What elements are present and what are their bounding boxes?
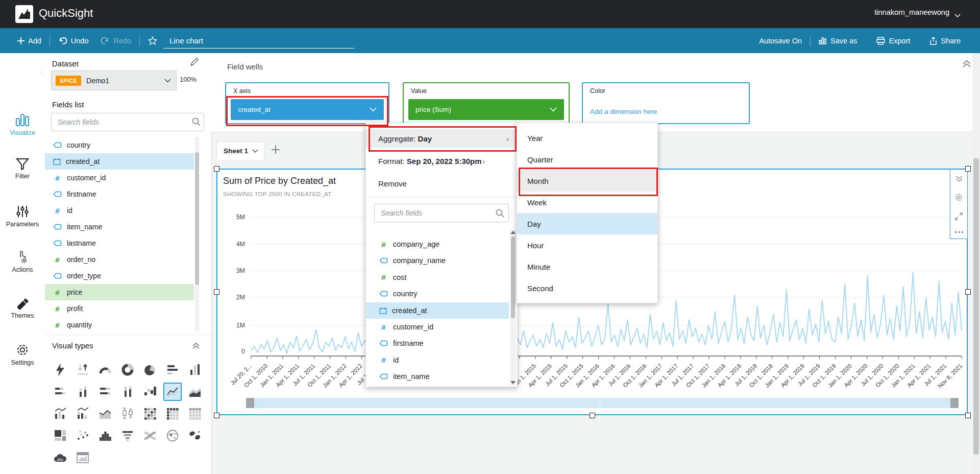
submenu-item-quarter[interactable]: Quarter [517,149,657,170]
field-item-order_no[interactable]: #order_no [45,251,194,268]
value-field-pill[interactable]: price (Sum) [408,99,564,120]
visual-type-custom-visual[interactable] [74,448,92,467]
visual-type-box-plot[interactable] [118,405,137,423]
visual-type-combo-bar-line[interactable] [51,405,69,423]
fields-search-input[interactable] [51,113,204,131]
visual-expand-icon[interactable] [955,212,963,220]
visual-type-pivot-table[interactable] [163,405,182,423]
menu-field-item-firstname[interactable]: firstname [366,335,509,351]
visual-type-funnel[interactable] [118,426,137,445]
visual-type-horizontal-bar[interactable] [163,361,182,379]
visual-settings-gear-icon[interactable] [954,193,963,202]
visual-type-word-cloud[interactable]: abc [51,448,69,467]
add-sheet-button[interactable] [271,145,281,157]
visual-type-tree-map[interactable] [51,426,69,445]
menu-item-aggregate[interactable]: Aggregate: Day› [366,129,517,148]
visual-type-auto-graph[interactable] [51,361,69,379]
field-item-item_name[interactable]: item_name [45,219,194,235]
submenu-item-week[interactable]: Week [517,192,657,213]
menu-field-item-id[interactable]: #id [366,352,509,368]
color-well-placeholder[interactable]: Add a dimension here [590,108,657,115]
field-item-customer_id[interactable]: #customer_id [45,170,194,186]
page-scrollbar[interactable] [972,53,980,474]
visual-type-vertical-stacked-bar[interactable] [74,383,92,401]
zoom-right-grip[interactable] [950,398,959,408]
field-item-firstname[interactable]: firstname [45,186,194,202]
submenu-item-year[interactable]: Year [517,127,657,149]
menu-item-format[interactable]: Format: Sep 20, 2022 5:30pm› [366,152,517,170]
export-button[interactable]: Export [870,28,916,53]
analysis-title-input[interactable]: Line chart [163,33,354,49]
user-chevron-down-icon[interactable] [954,11,961,20]
visual-type-combo-stacked-bar-line[interactable] [74,405,92,423]
visual-types-collapse-icon[interactable] [192,342,200,351]
menu-field-item-customer_id[interactable]: #customer_id [366,319,509,335]
fields-scrollbar[interactable] [195,137,199,331]
field-item-quantity[interactable]: #quantity [45,317,194,333]
submenu-item-hour[interactable]: Hour [517,234,657,256]
sheet-tab[interactable]: Sheet 1 [216,141,264,160]
submenu-item-second[interactable]: Second [517,277,657,299]
autosave-toggle[interactable]: Autosave On [753,28,808,53]
visual-type-horizontal-100-stacked-bar[interactable] [96,383,114,401]
field-item-lastname[interactable]: lastname [45,235,194,251]
sidebar-item-visualize[interactable]: Visualize [0,113,45,136]
visual-type-horizontal-stacked-bar[interactable] [51,383,69,401]
field-item-price[interactable]: #price [45,284,194,300]
visual-type-waterfall[interactable] [141,383,159,401]
field-wells-collapse-icon[interactable] [962,60,971,70]
field-item-profit[interactable]: #profit [45,300,194,317]
edit-dataset-pencil-icon[interactable] [189,56,200,69]
visual-type-table[interactable] [186,405,204,423]
submenu-item-month[interactable]: Month [517,170,657,192]
sidebar-item-themes[interactable]: Themes [0,297,45,319]
resize-handle[interactable] [590,413,595,418]
visual-type-kpi[interactable] [74,361,92,379]
visual-collapse-chevron-icon[interactable] [955,175,963,182]
field-item-created_at[interactable]: created_at [45,153,194,170]
sidebar-item-filter[interactable]: Filter [0,158,45,180]
resize-handle[interactable] [214,413,219,418]
resize-handle[interactable] [965,413,971,418]
field-item-order_type[interactable]: order_type [45,268,194,284]
visual-type-points-on-map[interactable] [163,426,182,445]
visual-type-gauge[interactable] [96,361,114,379]
sidebar-item-actions[interactable]: Actions [0,250,45,273]
undo-button[interactable]: Undo [52,28,95,53]
resize-handle[interactable] [965,289,971,295]
favorite-star-button[interactable] [142,28,163,53]
zoom-left-grip[interactable] [246,398,254,408]
sidebar-item-settings[interactable]: Settings [0,343,45,366]
visual-type-pie-chart[interactable] [141,361,159,379]
field-item-id[interactable]: #id [45,202,194,219]
resize-handle[interactable] [214,166,219,172]
visual-type-sankey[interactable] [141,426,159,445]
menu-scrollbar[interactable] [510,229,516,386]
share-button[interactable]: Share [923,28,967,53]
submenu-item-minute[interactable]: Minute [517,256,657,277]
dataset-select[interactable]: SPICE Demo1 [51,70,177,90]
visual-type-scatter-plot[interactable] [74,426,92,445]
sidebar-item-parameters[interactable]: Parameters [0,205,45,228]
visual-type-donut-chart[interactable] [118,361,137,379]
visual-type-line-chart[interactable] [163,383,182,401]
add-button[interactable]: Add [11,28,47,53]
resize-handle[interactable] [214,289,219,295]
zoom-center-grip[interactable]: ⠿ [598,400,602,405]
save-as-button[interactable]: Save as [813,28,863,53]
visual-type-histogram[interactable] [96,426,114,445]
user-menu[interactable]: tinnakorn_maneewong [874,8,949,16]
visual-type-area-chart[interactable] [186,383,204,401]
chart-zoom-scrollbar[interactable]: ⠿ [246,398,959,408]
menu-field-item-company_age[interactable]: #company_age [366,236,509,252]
menu-field-item-cost[interactable]: #cost [366,269,509,286]
visual-type-vertical-100-stacked-bar[interactable] [118,383,137,401]
x-axis-field-pill[interactable]: created_at [231,99,384,120]
submenu-item-day[interactable]: Day [517,213,657,234]
field-item-country[interactable]: country [45,137,194,153]
resize-handle[interactable] [965,166,971,172]
visual-type-stacked-area[interactable] [96,405,114,423]
visual-type-vertical-bar[interactable] [186,361,204,379]
menu-field-item-company_name[interactable]: company_name [366,252,509,269]
visual-ellipsis-icon[interactable] [954,231,964,233]
